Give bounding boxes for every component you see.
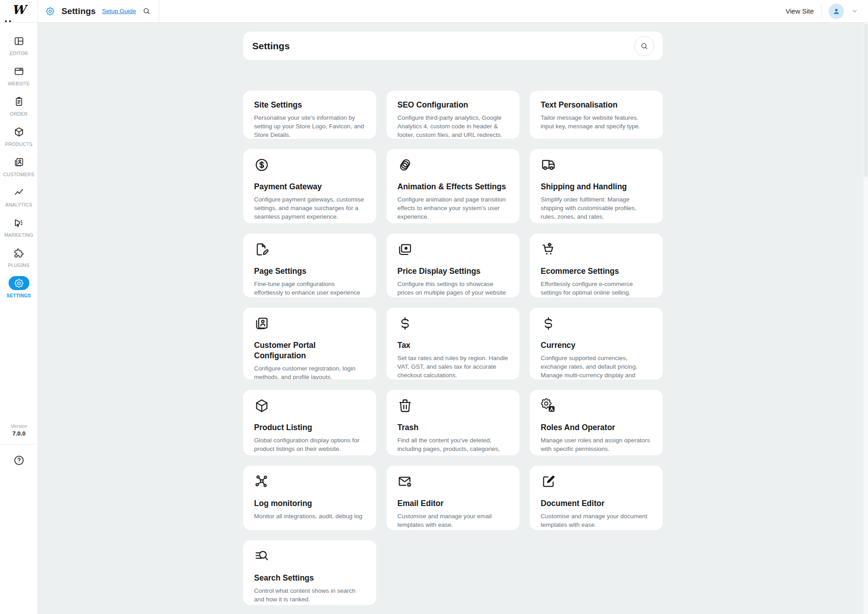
network-icon [254,474,269,489]
settings-card-search-settings[interactable]: Search Settings Control what content sho… [243,540,376,605]
card-title: Customer Portal Configuration [254,340,365,361]
search-lines-icon [254,548,269,564]
card-description: Fine-tune page configurations effortless… [254,280,365,297]
card-description: Simplify order fulfilment: Manage shippi… [541,195,652,221]
top-bar-left: Settings Setup Guide [38,0,159,22]
settings-card-ecommerce-settings[interactable]: Ecommerce Settings Effortlessly configur… [530,234,663,297]
settings-card-log-monitoring[interactable]: Log monitoring Monitor all integrations,… [243,466,376,530]
settings-card-animation-effects-settings[interactable]: Animation & Effects Settings Configure a… [387,149,519,223]
card-title: SEO Configuration [397,100,509,110]
card-description: Configure third-party analytics, Google … [397,113,509,139]
card-title: Document Editor [541,498,652,509]
card-title: Price Display Settings [397,266,509,277]
sidebar-icon-wrap [9,276,29,290]
sidebar-item-settings[interactable]: SETTINGS [0,272,38,302]
order-icon [14,96,24,107]
sidebar-icon-wrap [9,185,29,199]
page-title: Settings [61,6,96,16]
sidebar-item-order[interactable]: ORDER [0,90,38,121]
sidebar-item-editor[interactable]: EDITOR [0,30,38,60]
settings-card-tax[interactable]: Tax Set tax rates and rules by region. H… [387,308,519,380]
sidebar-icon-wrap [9,155,29,169]
settings-card-page-settings[interactable]: Page Settings Fine-tune page configurati… [243,234,376,297]
sidebar-icon-wrap [9,246,29,260]
page-edit-icon [254,242,269,257]
settings-search-button[interactable] [634,36,654,56]
card-description: Effortlessly configure e-commerce settin… [541,280,652,297]
card-description: Find all the content you've deleted, inc… [397,436,509,455]
card-title: Product Listing [254,422,365,433]
card-description: Configure this settings to showcase pric… [397,280,509,297]
person-icon [832,7,841,16]
gear-icon [14,278,24,289]
app-logo[interactable]: W [0,0,38,22]
sidebar-icon-wrap [9,64,29,78]
settings-card-text-personalisation[interactable]: Text Personalisation Tailor message for … [530,91,663,139]
card-description: Configure animation and page transition … [397,195,509,221]
dollar-icon [397,316,413,331]
card-title: Ecommerce Settings [541,266,652,277]
settings-card-shipping-and-handling[interactable]: Shipping and Handling Simplify order ful… [530,149,663,223]
editor-icon [14,36,24,47]
header-search-icon[interactable] [142,6,151,16]
user-avatar[interactable] [829,4,844,19]
sidebar-icon-wrap [9,34,29,48]
settings-card-currency[interactable]: Currency Configure supported currencies,… [530,308,663,380]
card-title: Currency [541,340,652,351]
card-description: Control what content shows in search and… [254,586,365,604]
settings-card-site-settings[interactable]: Site Settings Personalise your site's in… [243,91,376,139]
card-title: Trash [397,422,509,433]
dollar-icon [541,316,556,331]
view-site-button[interactable]: View Site [786,7,814,15]
top-bar: W Settings Setup Guide View Site [0,0,868,23]
settings-card-price-display-settings[interactable]: Price Display Settings Configure this se… [387,234,519,297]
sidebar-nav: EDITOR WEBSITE ORDER PRODUCTS CUSTOMERS [0,23,38,614]
sidebar-item-customers[interactable]: CUSTOMERS [0,151,38,181]
version-info: Version 7.0.0 [11,423,28,437]
card-description: Global configuration display options for… [254,436,365,453]
sidebar-item-label: ORDER [10,111,28,117]
sidebar-item-label: MARKETING [4,232,33,238]
trash-icon [397,398,413,413]
settings-card-seo-configuration[interactable]: SEO Configuration Configure third-party … [387,91,519,139]
settings-card-document-editor[interactable]: Document Editor Customise and manage you… [530,466,663,530]
settings-header-card: Settings [243,32,663,60]
card-title: Site Settings [254,100,365,110]
sidebar-item-products[interactable]: PRODUCTS [0,121,38,151]
card-title: Text Personalisation [541,100,652,110]
top-bar-right: View Site [786,0,868,22]
mail-gear-icon [397,474,413,489]
settings-card-email-editor[interactable]: Email Editor Customise and manage your e… [387,466,519,530]
card-description: Configure supported currencies, exchange… [541,354,652,380]
coin-dollar-icon [254,157,269,173]
animation-icon [397,157,413,173]
sidebar-icon-wrap [9,125,29,139]
settings-card-trash[interactable]: Trash Find all the content you've delete… [387,390,519,455]
analytics-icon [14,187,24,198]
version-label: Version [11,423,28,429]
settings-card-product-listing[interactable]: Product Listing Global configuration dis… [243,390,376,455]
help-icon[interactable] [13,455,25,466]
sidebar-item-plugins[interactable]: PLUGINS [0,242,38,272]
chevron-down-icon[interactable] [851,8,858,14]
settings-card-roles-and-operator[interactable]: Roles And Operator Manage user roles and… [530,390,663,455]
sidebar-item-marketing[interactable]: MARKETING [0,211,38,242]
version-number: 7.0.0 [11,430,28,437]
sidebar-item-website[interactable]: WEBSITE [0,60,38,90]
sidebar-divider [0,444,38,445]
cube-icon [14,127,24,137]
sidebar-icon-wrap [9,94,29,108]
card-title: Search Settings [254,573,365,583]
card-description: Set tax rates and rules by region. Handl… [397,354,509,380]
settings-card-customer-portal-configuration[interactable]: Customer Portal Configuration Configure … [243,308,376,380]
scrollbar[interactable] [863,23,868,614]
card-title: Log monitoring [254,498,365,509]
settings-card-payment-gateway[interactable]: Payment Gateway Configure payment gatewa… [243,149,376,223]
setup-guide-link[interactable]: Setup Guide [102,8,136,14]
card-description: Manage user roles and assign operators w… [541,436,652,453]
sidebar-item-label: PLUGINS [8,262,30,268]
scrollbar-thumb[interactable] [864,23,868,177]
edit-square-icon [541,474,556,489]
sidebar-item-analytics[interactable]: ANALYTICS [0,181,38,211]
sidebar-item-label: EDITOR [9,51,28,56]
